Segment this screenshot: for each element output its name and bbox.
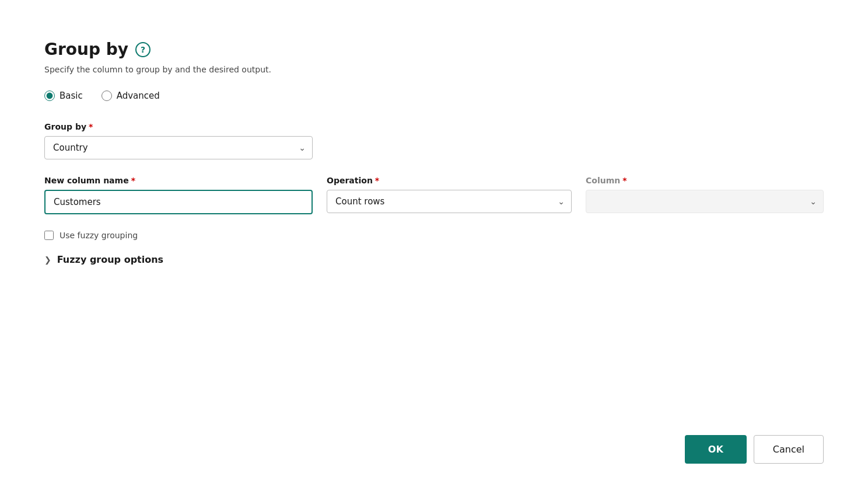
fuzzy-options-section[interactable]: ❯ Fuzzy group options [44,254,824,265]
operation-label: Operation * [327,176,572,185]
column-required: * [622,176,626,185]
new-column-section: New column name * [44,176,313,214]
fuzzy-grouping-label[interactable]: Use fuzzy grouping [60,231,138,240]
new-column-input[interactable] [44,190,313,214]
button-row: OK Cancel [44,400,824,464]
advanced-radio-label[interactable]: Advanced [102,91,160,101]
operation-select[interactable]: Count rows Sum Average Min Max Count dis… [327,190,572,213]
group-by-label: Group by * [44,122,824,131]
dialog-title: Group by [44,40,128,59]
column-select[interactable] [586,190,824,213]
help-icon[interactable]: ? [135,42,150,57]
advanced-radio[interactable] [102,91,112,101]
title-row: Group by ? [44,40,824,59]
group-by-select-wrapper: Country City Region ⌄ [44,136,313,159]
mode-radio-group: Basic Advanced [44,91,824,101]
basic-radio-label[interactable]: Basic [44,91,83,101]
new-column-required: * [131,176,135,185]
fuzzy-options-title[interactable]: Fuzzy group options [57,254,163,265]
fuzzy-grouping-checkbox[interactable] [44,231,54,240]
column-select-wrapper: ⌄ [586,190,824,213]
cancel-button[interactable]: Cancel [754,435,824,464]
basic-radio[interactable] [44,91,55,101]
columns-row: New column name * Operation * Count rows… [44,176,824,214]
column-section: Column * ⌄ [586,176,824,213]
group-by-required: * [89,122,93,131]
fuzzy-checkbox-row: Use fuzzy grouping [44,231,824,240]
column-label: Column * [586,176,824,185]
operation-required: * [375,176,379,185]
group-by-select[interactable]: Country City Region [44,136,313,159]
new-column-label: New column name * [44,176,313,185]
advanced-label: Advanced [117,91,160,101]
ok-button[interactable]: OK [685,435,747,464]
group-by-section: Group by * Country City Region ⌄ [44,122,824,159]
basic-label: Basic [60,91,83,101]
operation-section: Operation * Count rows Sum Average Min M… [327,176,572,213]
dialog-subtitle: Specify the column to group by and the d… [44,65,824,74]
group-by-dialog: Group by ? Specify the column to group b… [12,12,856,480]
operation-select-wrapper: Count rows Sum Average Min Max Count dis… [327,190,572,213]
fuzzy-chevron-right-icon[interactable]: ❯ [44,255,51,265]
